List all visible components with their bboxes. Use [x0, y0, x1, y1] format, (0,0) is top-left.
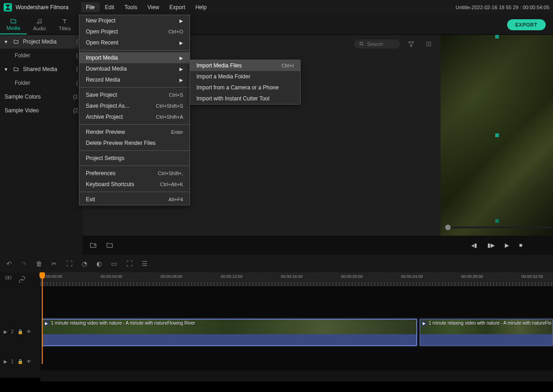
timeline-clip[interactable]: ▶ 1 minute relaxing video with nature - …	[42, 319, 417, 346]
tab-label: Media	[6, 25, 20, 31]
folder-icon	[13, 66, 19, 72]
sidebar-item-folder[interactable]: Folder (	[0, 76, 83, 90]
sidebar-item-folder[interactable]: Folder (	[0, 49, 83, 62]
menu-item-project-settings[interactable]: Project Settings	[79, 153, 190, 164]
track-number: 1	[11, 359, 14, 364]
menu-item-record-media[interactable]: Record Media▶	[79, 74, 190, 85]
menu-item-new-project[interactable]: New Project▶	[79, 15, 190, 26]
menu-item-save-project[interactable]: Save ProjectCtrl+S	[79, 89, 190, 100]
clip-label: 1 minute relaxing video with nature - A …	[429, 320, 551, 326]
tab-media[interactable]: Media	[0, 15, 27, 34]
timeline-body[interactable]: 00:00:00:00 00:00:04:00 00:00:08:00 00:0…	[40, 272, 553, 378]
video-track-icon: ▶	[4, 329, 7, 334]
menu-item-delete-preview-render-files[interactable]: Delete Preview Render Files	[79, 138, 190, 149]
search-input[interactable]	[367, 41, 395, 47]
svg-rect-13	[9, 276, 11, 279]
resize-handle-icon[interactable]	[495, 219, 499, 223]
track-number: 2	[11, 329, 14, 334]
sidebar-count: (1	[73, 94, 78, 100]
folder-open-icon[interactable]	[106, 242, 114, 249]
lock-icon[interactable]: 🔒	[17, 359, 23, 364]
menu-item-save-project-as-[interactable]: Save Project As...Ctrl+Shift+S	[79, 100, 190, 111]
expand-button[interactable]: ⛶	[126, 260, 133, 267]
svg-point-3	[426, 42, 427, 43]
filter-button[interactable]	[405, 38, 418, 50]
timeline-options-icon[interactable]	[5, 276, 12, 283]
settings-button[interactable]: ☰	[142, 260, 148, 267]
ruler-tick: 00:00:32:00	[521, 274, 543, 279]
visibility-icon[interactable]: 👁	[27, 359, 31, 364]
file-menu-dropdown: New Project▶Open ProjectCtrl+OOpen Recen…	[79, 15, 190, 205]
sidebar-item-project-media[interactable]: ▾ Project Media (	[0, 35, 83, 49]
menu-help[interactable]: Help	[191, 2, 212, 12]
preview-scrub-slider[interactable]	[445, 226, 553, 228]
clip-play-icon: ▶	[421, 320, 427, 326]
chevron-down-icon: ▾	[5, 39, 9, 45]
menu-item-archive-project[interactable]: Archive ProjectCtrl+Shift+A	[79, 111, 190, 122]
tab-titles[interactable]: Titles	[52, 15, 77, 34]
menu-bar: File Edit Tools View Export Help	[81, 2, 211, 12]
search-box[interactable]	[354, 39, 400, 49]
play-pause-button[interactable]: ▮▶	[487, 242, 495, 248]
video-track-1[interactable]	[40, 370, 553, 381]
menu-item-render-preview[interactable]: Render PreviewEnter	[79, 127, 190, 138]
resize-handle-icon[interactable]	[495, 35, 499, 39]
lock-icon[interactable]: 🔒	[17, 329, 23, 334]
sidebar-count: (	[76, 80, 78, 86]
visibility-icon[interactable]: 👁	[27, 329, 31, 334]
menu-item-import-from-a-camera-or-a-phone[interactable]: Import from a Camera or a Phone	[190, 82, 300, 93]
menu-item-keyboard-shortcuts[interactable]: Keyboard ShortcutsCtrl+Alt+K	[79, 179, 190, 190]
timeline-ruler[interactable]: 00:00:00:00 00:00:04:00 00:00:08:00 00:0…	[40, 272, 553, 286]
resize-handle-icon[interactable]	[495, 133, 499, 137]
cut-button[interactable]: ✂	[51, 260, 57, 267]
media-sidebar: ▾ Project Media ( Folder ( ▾ Shared Medi…	[0, 35, 83, 255]
video-track-2[interactable]: ▶ 1 minute relaxing video with nature - …	[40, 317, 553, 348]
preview-viewport[interactable]	[441, 35, 553, 236]
menu-item-import-media[interactable]: Import Media▶	[79, 52, 190, 63]
menu-item-exit[interactable]: ExitAlt+F4	[79, 194, 190, 205]
grid-view-button[interactable]	[422, 38, 435, 50]
menu-item-download-media[interactable]: Download Media▶	[79, 63, 190, 74]
menu-tools[interactable]: Tools	[120, 2, 142, 12]
timeline-left-gutter: ▶ 2 🔒 👁 ▶ 1 🔒 👁	[0, 272, 40, 378]
play-button[interactable]: ▶	[505, 242, 509, 248]
menu-item-import-media-files[interactable]: Import Media FilesCtrl+I	[190, 60, 300, 71]
svg-point-10	[428, 45, 429, 46]
export-button[interactable]: EXPORT	[507, 19, 546, 30]
menu-item-preferences[interactable]: PreferencesCtrl+Shift+,	[79, 168, 190, 179]
menu-item-open-recent[interactable]: Open Recent▶	[79, 37, 190, 48]
svg-point-6	[426, 44, 427, 44]
menu-view[interactable]: View	[143, 2, 164, 12]
undo-button[interactable]: ↶	[6, 260, 12, 267]
redo-button[interactable]: ↷	[21, 260, 27, 267]
svg-point-8	[430, 44, 431, 44]
menu-edit[interactable]: Edit	[101, 2, 119, 12]
menu-item-import-with-instant-cutter-tool[interactable]: Import with Instant Cutter Tool	[190, 93, 300, 104]
playhead[interactable]	[42, 272, 43, 364]
sidebar-label: Project Media	[23, 39, 56, 45]
menu-file[interactable]: File	[81, 2, 99, 12]
delete-button[interactable]: 🗑	[36, 260, 42, 267]
menu-export[interactable]: Export	[165, 2, 190, 12]
sidebar-item-sample-video[interactable]: Sample Video (2	[0, 104, 83, 117]
menu-item-open-project[interactable]: Open ProjectCtrl+O	[79, 26, 190, 37]
sidebar-item-sample-colors[interactable]: Sample Colors (1	[0, 90, 83, 104]
sidebar-item-shared-media[interactable]: ▾ Shared Media (	[0, 62, 83, 76]
link-icon[interactable]	[18, 276, 26, 283]
import-media-submenu: Import Media FilesCtrl+IImport a Media F…	[190, 60, 301, 105]
color-button[interactable]: ◐	[96, 260, 102, 267]
crop-button[interactable]: ⛶	[66, 260, 73, 267]
search-icon	[359, 41, 364, 47]
green-screen-button[interactable]: ▭	[111, 260, 117, 267]
speed-button[interactable]: ◔	[82, 260, 87, 267]
new-folder-icon[interactable]	[89, 242, 97, 249]
timeline-clip[interactable]: ▶ 1 minute relaxing video with nature - …	[419, 319, 553, 346]
clip-play-icon: ▶	[44, 320, 49, 326]
menu-item-import-a-media-folder[interactable]: Import a Media Folder	[190, 71, 300, 82]
stop-button[interactable]: ■	[519, 242, 522, 248]
clip-label: 1 minute relaxing video with nature - A …	[51, 320, 195, 326]
title-bar: Wondershare Filmora File Edit Tools View…	[0, 0, 553, 15]
prev-frame-button[interactable]: ◂▮	[471, 242, 477, 248]
sidebar-count: (	[76, 66, 78, 72]
tab-audio[interactable]: Audio	[27, 15, 52, 34]
